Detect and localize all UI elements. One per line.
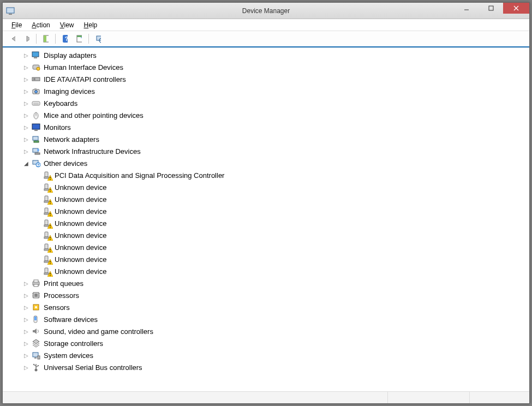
tree-node[interactable]: ▷Sensors [6, 301, 529, 313]
svg-rect-17 [34, 57, 37, 58]
expand-icon[interactable]: ▷ [22, 51, 30, 59]
expand-icon[interactable]: ▷ [22, 135, 30, 143]
content-area: ▷Display adapters▷Human Interface Device… [3, 47, 529, 391]
tree-node-label: Software devices [43, 315, 98, 324]
tree-node-label: Storage controllers [43, 339, 103, 348]
warn-icon [42, 267, 52, 276]
expand-icon[interactable]: ▷ [22, 363, 30, 371]
tree-node[interactable]: ▷System devices [6, 349, 529, 361]
expand-icon[interactable]: ▷ [22, 279, 30, 287]
tree-node-label: Unknown device [54, 195, 106, 204]
tree-node[interactable]: Unknown device [6, 181, 529, 193]
svg-rect-30 [32, 124, 40, 129]
tree-node[interactable]: PCI Data Acquisition and Signal Processi… [6, 169, 529, 181]
software-icon [31, 315, 41, 324]
system-icon [31, 351, 41, 360]
tree-node[interactable]: ▷Imaging devices [6, 85, 529, 97]
ide-icon [31, 75, 41, 83]
expand-icon[interactable]: ▷ [22, 111, 30, 119]
svg-rect-32 [33, 136, 38, 140]
tree-node-label: Human Interface Devices [43, 63, 123, 71]
toolbar: ? [3, 31, 529, 47]
expand-icon[interactable]: ▷ [22, 99, 30, 107]
warn-icon [42, 231, 52, 240]
svg-rect-78 [34, 280, 38, 282]
svg-point-56 [50, 215, 51, 216]
scan-hardware-button[interactable] [92, 32, 105, 45]
tree-node[interactable]: ▷Network Infrastructure Devices [6, 145, 529, 157]
tree-node[interactable]: ▷Keyboards [6, 97, 529, 109]
svg-point-89 [35, 306, 37, 308]
window-title: Device Manager [3, 7, 529, 15]
tree-node[interactable]: Unknown device [6, 205, 529, 217]
tree-node-label: Mice and other pointing devices [43, 111, 144, 120]
tree-node-label: Unknown device [54, 267, 106, 276]
tree-node[interactable]: ▷Processors [6, 289, 529, 301]
tree-node-label: PCI Data Acquisition and Signal Processi… [54, 171, 224, 180]
display-icon [31, 51, 41, 59]
toolbar-separator [55, 34, 56, 44]
hid-icon [31, 63, 41, 71]
close-button[interactable] [503, 3, 529, 14]
tree-node[interactable]: ▷Storage controllers [6, 337, 529, 349]
svg-text:?: ? [37, 163, 39, 167]
svg-point-52 [50, 203, 51, 204]
menu-file[interactable]: File [7, 20, 26, 30]
tree-node[interactable]: ▷Monitors [6, 121, 529, 133]
tree-node[interactable]: ▷Software devices [6, 313, 529, 325]
menu-view[interactable]: View [56, 20, 79, 30]
expand-icon[interactable]: ▷ [22, 303, 30, 311]
tree-node[interactable]: Unknown device [6, 241, 529, 253]
collapse-icon[interactable]: ◢ [22, 159, 30, 167]
tree-node[interactable]: Unknown device [6, 253, 529, 265]
tree-node-label: Unknown device [54, 231, 106, 240]
tree-node[interactable]: ▷IDE ATA/ATAPI controllers [6, 73, 529, 85]
svg-point-72 [50, 263, 51, 264]
expand-icon[interactable]: ▷ [22, 147, 30, 155]
keyboard-icon [31, 99, 41, 108]
expand-icon[interactable]: ▷ [22, 327, 30, 335]
tree-node-label: Network Infrastructure Devices [43, 147, 141, 156]
tree-node-label: Imaging devices [43, 87, 95, 95]
tree-node[interactable]: ▷Display adapters [6, 49, 529, 61]
tree-node[interactable]: ▷Sound, video and game controllers [6, 325, 529, 337]
other-icon: ? [31, 159, 41, 168]
expand-icon[interactable]: ▷ [22, 315, 30, 323]
expand-icon[interactable]: ▷ [22, 351, 30, 359]
menu-help[interactable]: Help [80, 20, 102, 30]
tree-node[interactable]: ▷Universal Serial Bus controllers [6, 361, 529, 373]
expand-icon[interactable]: ▷ [22, 291, 30, 299]
expand-icon[interactable]: ▷ [22, 63, 30, 71]
menu-action[interactable]: Action [27, 20, 54, 30]
tree-node-label: Network adapters [43, 135, 99, 144]
forward-button[interactable] [20, 32, 33, 45]
expand-icon[interactable]: ▷ [22, 339, 30, 347]
tree-node[interactable]: ▷Network adapters [6, 133, 529, 145]
expand-icon[interactable]: ▷ [22, 75, 30, 83]
tree-node-label: Unknown device [54, 207, 106, 216]
help-button[interactable]: ? [58, 32, 71, 45]
properties-button[interactable] [73, 32, 86, 45]
svg-rect-79 [34, 284, 38, 286]
tree-node[interactable]: ▷Human Interface Devices [6, 61, 529, 73]
tree-node[interactable]: ▷Mice and other pointing devices [6, 109, 529, 121]
tree-node[interactable]: Unknown device [6, 265, 529, 277]
svg-rect-0 [7, 8, 14, 13]
warn-icon [42, 195, 52, 204]
tree-node[interactable]: ▷Print queues [6, 277, 529, 289]
back-button[interactable] [6, 32, 19, 45]
tree-node[interactable]: Unknown device [6, 229, 529, 241]
titlebar[interactable]: Device Manager [3, 3, 529, 19]
tree-node[interactable]: Unknown device [6, 193, 529, 205]
tree-node-label: IDE ATA/ATAPI controllers [43, 75, 126, 83]
device-tree[interactable]: ▷Display adapters▷Human Interface Device… [3, 48, 529, 391]
show-hide-tree-button[interactable] [39, 32, 52, 45]
expand-icon[interactable]: ▷ [22, 87, 30, 95]
expand-icon[interactable]: ▷ [22, 123, 30, 131]
maximize-button[interactable] [479, 3, 503, 14]
tree-node[interactable]: ◢?Other devices [6, 157, 529, 169]
tree-node[interactable]: Unknown device [6, 217, 529, 229]
menubar: File Action View Help [3, 19, 529, 31]
tree-node-label: Unknown device [54, 255, 106, 264]
minimize-button[interactable] [454, 3, 479, 14]
